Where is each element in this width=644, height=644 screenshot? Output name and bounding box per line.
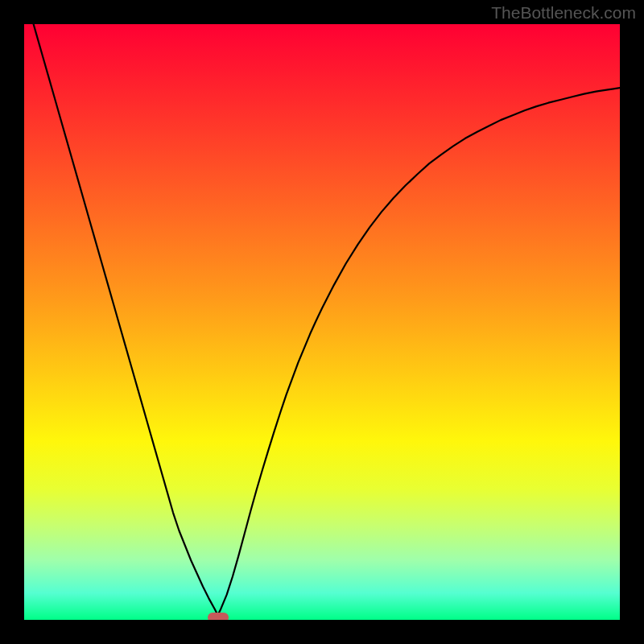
plot-area bbox=[24, 24, 620, 620]
watermark: TheBottleneck.com bbox=[491, 3, 636, 23]
bottleneck-curve bbox=[24, 24, 620, 620]
optimal-marker bbox=[208, 613, 229, 620]
